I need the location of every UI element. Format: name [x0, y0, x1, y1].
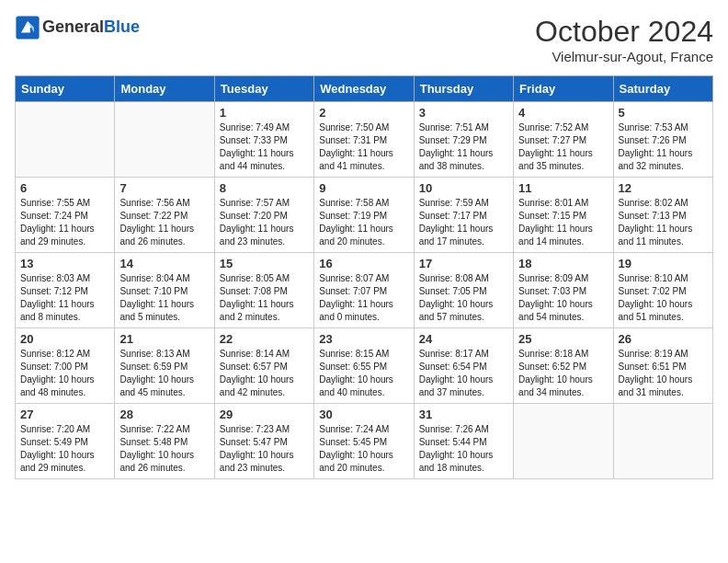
- cell-info: Sunrise: 8:17 AMSunset: 6:54 PMDaylight:…: [419, 348, 508, 399]
- calendar-cell: 26Sunrise: 8:19 AMSunset: 6:51 PMDayligh…: [613, 328, 712, 404]
- calendar-cell: 11Sunrise: 8:01 AMSunset: 7:15 PMDayligh…: [514, 178, 613, 253]
- cell-info: Sunrise: 8:05 AMSunset: 7:08 PMDaylight:…: [220, 272, 309, 324]
- day-number: 30: [319, 408, 408, 421]
- cell-info: Sunrise: 8:01 AMSunset: 7:15 PMDaylight:…: [518, 197, 608, 248]
- day-header-wednesday: Wednesday: [314, 76, 414, 102]
- calendar-week-row: 27Sunrise: 7:20 AMSunset: 5:49 PMDayligh…: [16, 404, 713, 479]
- calendar-cell: 20Sunrise: 8:12 AMSunset: 7:00 PMDayligh…: [16, 328, 115, 404]
- day-number: 31: [419, 408, 508, 421]
- calendar-cell: 2Sunrise: 7:50 AMSunset: 7:31 PMDaylight…: [314, 102, 414, 178]
- calendar-cell: 21Sunrise: 8:13 AMSunset: 6:59 PMDayligh…: [115, 328, 214, 404]
- day-header-tuesday: Tuesday: [214, 76, 313, 102]
- calendar-cell: 7Sunrise: 7:56 AMSunset: 7:22 PMDaylight…: [115, 178, 214, 253]
- calendar-cell: 19Sunrise: 8:10 AMSunset: 7:02 PMDayligh…: [613, 253, 712, 328]
- calendar-cell: 8Sunrise: 7:57 AMSunset: 7:20 PMDaylight…: [214, 178, 313, 253]
- cell-info: Sunrise: 7:58 AMSunset: 7:19 PMDaylight:…: [319, 197, 408, 248]
- day-number: 14: [119, 257, 209, 270]
- calendar-table: SundayMondayTuesdayWednesdayThursdayFrid…: [15, 75, 713, 479]
- day-number: 15: [220, 257, 309, 270]
- day-header-saturday: Saturday: [613, 76, 712, 102]
- cell-info: Sunrise: 8:12 AMSunset: 7:00 PMDaylight:…: [20, 348, 109, 399]
- cell-info: Sunrise: 8:07 AMSunset: 7:07 PMDaylight:…: [319, 272, 408, 324]
- cell-info: Sunrise: 8:08 AMSunset: 7:05 PMDaylight:…: [419, 272, 508, 324]
- day-number: 5: [619, 106, 708, 120]
- calendar-cell: 25Sunrise: 8:18 AMSunset: 6:52 PMDayligh…: [514, 328, 613, 404]
- calendar-cell: 23Sunrise: 8:15 AMSunset: 6:55 PMDayligh…: [314, 328, 414, 404]
- day-number: 18: [518, 257, 608, 270]
- day-number: 19: [619, 257, 708, 270]
- cell-info: Sunrise: 7:26 AMSunset: 5:44 PMDaylight:…: [419, 423, 508, 475]
- cell-info: Sunrise: 8:13 AMSunset: 6:59 PMDaylight:…: [119, 348, 209, 399]
- calendar-cell: 18Sunrise: 8:09 AMSunset: 7:03 PMDayligh…: [514, 253, 613, 328]
- cell-info: Sunrise: 7:49 AMSunset: 7:33 PMDaylight:…: [220, 121, 309, 173]
- calendar-cell: 3Sunrise: 7:51 AMSunset: 7:29 PMDaylight…: [414, 102, 513, 178]
- day-number: 22: [220, 332, 309, 346]
- calendar-cell: 4Sunrise: 7:52 AMSunset: 7:27 PMDaylight…: [514, 102, 613, 178]
- cell-info: Sunrise: 7:24 AMSunset: 5:45 PMDaylight:…: [319, 423, 408, 475]
- calendar-week-row: 13Sunrise: 8:03 AMSunset: 7:12 PMDayligh…: [16, 253, 713, 328]
- day-number: 9: [319, 181, 408, 195]
- calendar-cell: 13Sunrise: 8:03 AMSunset: 7:12 PMDayligh…: [16, 253, 115, 328]
- calendar-header-row: SundayMondayTuesdayWednesdayThursdayFrid…: [16, 76, 713, 102]
- day-header-thursday: Thursday: [414, 76, 513, 102]
- day-number: 1: [220, 106, 309, 120]
- cell-info: Sunrise: 8:10 AMSunset: 7:02 PMDaylight:…: [619, 272, 708, 324]
- cell-info: Sunrise: 7:20 AMSunset: 5:49 PMDaylight:…: [20, 423, 109, 475]
- calendar-week-row: 6Sunrise: 7:55 AMSunset: 7:24 PMDaylight…: [16, 178, 713, 253]
- month-title: October 2024: [535, 15, 713, 49]
- calendar-cell: 16Sunrise: 8:07 AMSunset: 7:07 PMDayligh…: [314, 253, 414, 328]
- logo-blue-text: Blue: [104, 18, 140, 37]
- calendar-cell: 28Sunrise: 7:22 AMSunset: 5:48 PMDayligh…: [115, 404, 214, 479]
- calendar-cell: 15Sunrise: 8:05 AMSunset: 7:08 PMDayligh…: [214, 253, 313, 328]
- cell-info: Sunrise: 7:55 AMSunset: 7:24 PMDaylight:…: [20, 197, 109, 248]
- day-header-sunday: Sunday: [16, 76, 115, 102]
- cell-info: Sunrise: 8:03 AMSunset: 7:12 PMDaylight:…: [20, 272, 109, 324]
- cell-info: Sunrise: 7:52 AMSunset: 7:27 PMDaylight:…: [518, 121, 608, 173]
- day-number: 12: [619, 181, 708, 195]
- logo-general-text: General: [42, 18, 104, 37]
- day-header-friday: Friday: [514, 76, 613, 102]
- cell-info: Sunrise: 7:22 AMSunset: 5:48 PMDaylight:…: [119, 423, 209, 475]
- calendar-cell: [514, 404, 613, 479]
- day-number: 13: [20, 257, 109, 270]
- day-number: 4: [518, 106, 608, 120]
- page-header: General Blue October 2024 Vielmur-sur-Ag…: [15, 15, 713, 64]
- calendar-cell: 29Sunrise: 7:23 AMSunset: 5:47 PMDayligh…: [214, 404, 313, 479]
- day-number: 2: [319, 106, 408, 120]
- day-number: 28: [119, 408, 209, 421]
- calendar-cell: 12Sunrise: 8:02 AMSunset: 7:13 PMDayligh…: [613, 178, 712, 253]
- cell-info: Sunrise: 8:09 AMSunset: 7:03 PMDaylight:…: [518, 272, 608, 324]
- day-number: 27: [20, 408, 109, 421]
- cell-info: Sunrise: 7:51 AMSunset: 7:29 PMDaylight:…: [419, 121, 508, 173]
- calendar-cell: [613, 404, 712, 479]
- calendar-cell: 5Sunrise: 7:53 AMSunset: 7:26 PMDaylight…: [613, 102, 712, 178]
- cell-info: Sunrise: 7:56 AMSunset: 7:22 PMDaylight:…: [119, 197, 209, 248]
- day-number: 26: [619, 332, 708, 346]
- cell-info: Sunrise: 7:59 AMSunset: 7:17 PMDaylight:…: [419, 197, 508, 248]
- calendar-week-row: 1Sunrise: 7:49 AMSunset: 7:33 PMDaylight…: [16, 102, 713, 178]
- calendar-cell: 9Sunrise: 7:58 AMSunset: 7:19 PMDaylight…: [314, 178, 414, 253]
- calendar-cell: 6Sunrise: 7:55 AMSunset: 7:24 PMDaylight…: [16, 178, 115, 253]
- logo-icon: [15, 15, 40, 40]
- day-number: 16: [319, 257, 408, 270]
- day-number: 21: [119, 332, 209, 346]
- location-subtitle: Vielmur-sur-Agout, France: [535, 49, 713, 64]
- cell-info: Sunrise: 8:18 AMSunset: 6:52 PMDaylight:…: [518, 348, 608, 399]
- day-number: 17: [419, 257, 508, 270]
- cell-info: Sunrise: 8:02 AMSunset: 7:13 PMDaylight:…: [619, 197, 708, 248]
- day-number: 20: [20, 332, 109, 346]
- calendar-cell: 27Sunrise: 7:20 AMSunset: 5:49 PMDayligh…: [16, 404, 115, 479]
- title-block: October 2024 Vielmur-sur-Agout, France: [535, 15, 713, 64]
- calendar-cell: 22Sunrise: 8:14 AMSunset: 6:57 PMDayligh…: [214, 328, 313, 404]
- day-number: 24: [419, 332, 508, 346]
- calendar-cell: 14Sunrise: 8:04 AMSunset: 7:10 PMDayligh…: [115, 253, 214, 328]
- cell-info: Sunrise: 8:04 AMSunset: 7:10 PMDaylight:…: [119, 272, 209, 324]
- cell-info: Sunrise: 8:15 AMSunset: 6:55 PMDaylight:…: [319, 348, 408, 399]
- calendar-cell: [16, 102, 115, 178]
- day-number: 8: [220, 181, 309, 195]
- day-number: 29: [220, 408, 309, 421]
- cell-info: Sunrise: 7:57 AMSunset: 7:20 PMDaylight:…: [220, 197, 309, 248]
- day-number: 11: [518, 181, 608, 195]
- calendar-cell: [115, 102, 214, 178]
- calendar-cell: 10Sunrise: 7:59 AMSunset: 7:17 PMDayligh…: [414, 178, 513, 253]
